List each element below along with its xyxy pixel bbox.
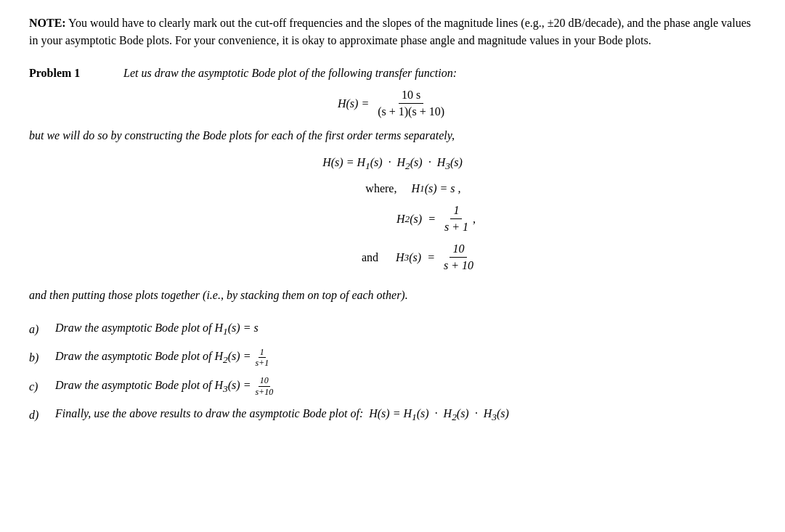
part-b-letter: b) [29,348,55,367]
part-a: a) Draw the asymptotic Bode plot of H1(s… [29,319,756,340]
where-label: where, [324,182,411,195]
h3-expr: H3(s) = 10 s + 10 [396,242,476,272]
stacking-text: and then putting those plots together (i… [29,287,756,304]
transfer-function-display: H(s) = 10 s (s + 1)(s + 10) [29,89,756,118]
hs-fraction: 10 s (s + 1)(s + 10) [375,89,447,118]
where-row-h2: H2(s) = 1 s + 1 , [309,204,476,234]
part-c-text: Draw the asymptotic Bode plot of H3(s) = [55,376,253,397]
note-section: NOTE: You would have to clearly mark out… [29,15,756,49]
h2-numerator: 1 [450,204,462,219]
part-c-frac-num: 10 [259,375,270,386]
part-b-frac-num: 1 [259,347,266,358]
note-text: You would have to clearly mark out the c… [29,17,751,46]
h2-comma: , [471,213,476,226]
decomp-text: H(s) = H1(s) · H2(s) · H3(s) [322,156,463,172]
continuation-text: but we will do so by constructing the Bo… [29,127,756,144]
part-d-letter: d) [29,406,55,425]
part-a-letter: a) [29,320,55,339]
part-b-fraction: 1 s+1 [253,347,270,369]
h3-numerator: 10 [450,242,467,258]
problem-row: Problem 1 Let us draw the asymptotic Bod… [29,67,756,80]
part-c: c) Draw the asymptotic Bode plot of H3(s… [29,375,756,397]
hs-numerator: 10 s [399,89,423,104]
h1-expr: H1(s) = s , [411,182,460,195]
h3-equals: = [421,251,441,264]
note-label: NOTE: [29,17,66,29]
hs-denominator: (s + 1)(s + 10) [375,104,447,118]
part-b-text: Draw the asymptotic Bode plot of H2(s) = [55,347,253,368]
h3-denominator: s + 10 [441,258,476,272]
where-block: where, H1(s) = s , H2(s) = 1 s + 1 , and… [29,179,756,275]
part-d: d) Finally, use the above results to dra… [29,404,756,425]
hs-lhs: H(s) = [338,97,369,110]
h2-equals: = [422,213,442,226]
where-row-h1: where, H1(s) = s , [324,182,460,195]
part-b-frac-den: s+1 [253,358,270,368]
h2-expr: H2(s) = 1 s + 1 , [396,204,476,234]
where-row-h3: and H3(s) = 10 s + 10 [309,242,476,272]
part-a-text: Draw the asymptotic Bode plot of H1(s) =… [55,319,259,340]
h3-and-label: and [309,251,396,264]
h2-fraction: 1 s + 1 [442,204,471,234]
part-b: b) Draw the asymptotic Bode plot of H2(s… [29,347,756,369]
h3-fraction: 10 s + 10 [441,242,476,272]
part-c-frac-den: s+10 [253,387,274,397]
part-c-letter: c) [29,377,55,396]
part-c-fraction: 10 s+10 [253,375,274,397]
part-d-text: Finally, use the above results to draw t… [55,404,509,425]
h2-denominator: s + 1 [442,219,471,234]
problem-label: Problem 1 [29,67,123,80]
problem-section: Problem 1 Let us draw the asymptotic Bod… [29,67,756,425]
problem-intro: Let us draw the asymptotic Bode plot of … [123,67,457,80]
parts-section: a) Draw the asymptotic Bode plot of H1(s… [29,319,756,425]
h2-label-placeholder [309,213,396,226]
decomp-equation: H(s) = H1(s) · H2(s) · H3(s) [29,156,756,172]
